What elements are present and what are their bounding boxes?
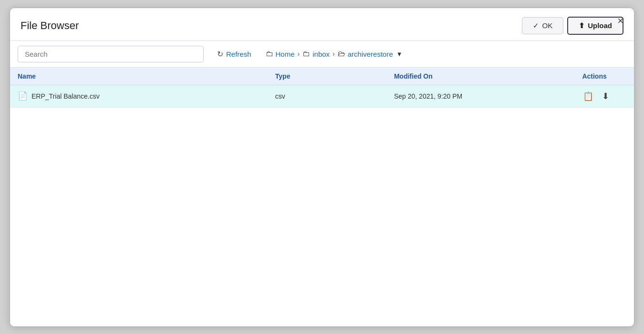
refresh-button[interactable]: ↻ Refresh xyxy=(210,46,258,62)
file-table: Name Type Modified On Actions 📄 ERP_Tria… xyxy=(10,68,634,108)
check-icon: ✓ xyxy=(533,21,539,30)
breadcrumb-inbox-label: inbox xyxy=(312,50,330,58)
breadcrumb-sep-1: › xyxy=(298,50,300,58)
folder-icon-3: 🗁 xyxy=(338,50,345,58)
file-browser-dialog: × File Browser ✓ OK ⬆ Upload ↻ Refresh 🗀… xyxy=(10,8,634,327)
file-actions: 📋 ⬇ xyxy=(574,85,634,107)
header-actions: ✓ OK ⬆ Upload xyxy=(522,17,623,35)
upload-icon: ⬆ xyxy=(579,21,585,30)
copy-file-button[interactable]: 📋 xyxy=(582,90,594,102)
breadcrumb-current-label: archiverestore xyxy=(348,50,393,58)
folder-icon-2: 🗀 xyxy=(302,50,310,58)
toolbar: ↻ Refresh 🗀 Home › 🗀 inbox › 🗁 archivere… xyxy=(10,40,634,68)
col-header-name: Name xyxy=(10,68,268,85)
file-name-cell: 📄 ERP_Trial Balance.csv xyxy=(10,85,268,107)
file-name: ERP_Trial Balance.csv xyxy=(31,92,100,100)
copy-icon: 📋 xyxy=(583,91,593,101)
breadcrumb-current[interactable]: 🗁 archiverestore ▼ xyxy=(338,50,403,58)
refresh-icon: ↻ xyxy=(217,50,223,59)
breadcrumb: 🗀 Home › 🗀 inbox › 🗁 archiverestore ▼ xyxy=(266,50,403,58)
table-body: 📄 ERP_Trial Balance.csv csv Sep 20, 2021… xyxy=(10,85,634,107)
refresh-label: Refresh xyxy=(226,50,251,58)
close-button[interactable]: × xyxy=(614,15,626,27)
col-header-actions: Actions xyxy=(574,68,634,85)
file-table-wrapper: Name Type Modified On Actions 📄 ERP_Tria… xyxy=(10,68,634,108)
breadcrumb-home[interactable]: 🗀 Home xyxy=(266,50,295,58)
search-input[interactable] xyxy=(18,46,204,62)
file-type: csv xyxy=(268,85,386,107)
file-modified: Sep 20, 2021, 9:20 PM xyxy=(386,85,574,107)
dialog-title: File Browser xyxy=(21,20,79,32)
upload-label: Upload xyxy=(588,21,612,30)
dialog-header: File Browser ✓ OK ⬆ Upload xyxy=(10,8,634,40)
download-file-button[interactable]: ⬇ xyxy=(601,90,610,102)
file-icon: 📄 xyxy=(18,91,28,101)
folder-icon: 🗀 xyxy=(266,50,273,58)
breadcrumb-inbox[interactable]: 🗀 inbox xyxy=(302,50,330,58)
table-row[interactable]: 📄 ERP_Trial Balance.csv csv Sep 20, 2021… xyxy=(10,85,634,107)
breadcrumb-sep-2: › xyxy=(332,50,335,58)
ok-button[interactable]: ✓ OK xyxy=(522,17,563,34)
breadcrumb-home-label: Home xyxy=(276,50,295,58)
download-icon: ⬇ xyxy=(602,91,609,101)
chevron-down-icon: ▼ xyxy=(396,51,403,58)
ok-label: OK xyxy=(542,21,552,30)
col-header-type: Type xyxy=(268,68,386,85)
col-header-modified: Modified On xyxy=(386,68,574,85)
table-header: Name Type Modified On Actions xyxy=(10,68,634,85)
